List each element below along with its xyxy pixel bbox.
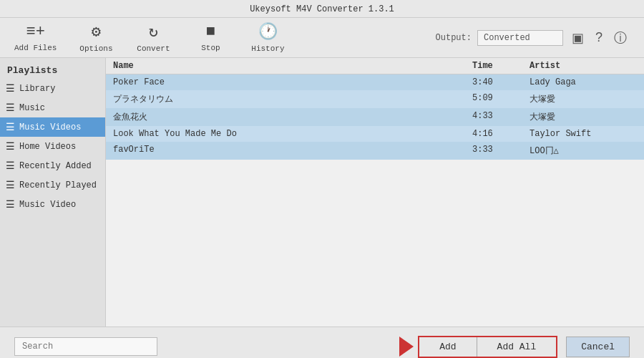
main-content: Playlists ☰Library☰Music☰Music Videos☰Ho… — [0, 58, 644, 326]
add-files-button[interactable]: ≡+ Add Files — [14, 23, 57, 52]
sidebar-item-music[interactable]: ☰Music — [0, 98, 105, 117]
search-input[interactable] — [14, 337, 157, 356]
info-button[interactable]: ⓘ — [611, 28, 630, 48]
help-button[interactable]: ? — [592, 29, 605, 47]
col-name: Name — [113, 61, 472, 71]
playlists-header: Playlists — [0, 61, 105, 79]
sidebar-item-label: Recently Added — [19, 161, 92, 171]
output-section: Output: ▣ ? ⓘ — [436, 28, 630, 48]
cell-time: 4:33 — [472, 111, 530, 123]
cell-name: favOriTe — [113, 145, 472, 157]
sidebar-item-home-videos[interactable]: ☰Home Videos — [0, 137, 105, 156]
content-area: Name Time Artist Poker Face 3:40 Lady Ga… — [106, 58, 644, 326]
toolbar: ≡+ Add Files ⚙ Options ↻ Convert ■ Stop … — [0, 18, 644, 58]
options-label: Options — [79, 44, 112, 53]
add-button[interactable]: Add — [419, 337, 477, 357]
cell-artist: Lady Gaga — [530, 77, 637, 87]
list-icon: ☰ — [6, 121, 15, 133]
sidebar-item-library[interactable]: ☰Library — [0, 79, 105, 98]
col-time: Time — [472, 61, 530, 71]
sidebar-item-label: Music Videos — [19, 122, 81, 132]
sidebar-item-label: Music — [19, 103, 45, 113]
history-icon: 🕐 — [258, 22, 278, 42]
add-files-label: Add Files — [14, 44, 57, 52]
sidebar-item-recently-played[interactable]: ☰Recently Played — [0, 175, 105, 195]
list-icon: ☰ — [6, 82, 15, 95]
bottom-bar: Add Add All Cancel — [0, 326, 644, 358]
list-icon: ☰ — [6, 198, 15, 211]
output-folder-button[interactable]: ▣ — [569, 29, 587, 47]
cancel-button[interactable]: Cancel — [566, 337, 630, 357]
cell-artist: LOO冂△ — [530, 145, 637, 157]
cell-time: 5:09 — [472, 93, 530, 105]
cell-name: 金魚花火 — [113, 111, 472, 123]
options-button[interactable]: ⚙ Options — [78, 22, 114, 53]
table-row[interactable]: プラネタリウム 5:09 大塚愛 — [106, 90, 644, 108]
app-title: Ukeysoft M4V Converter 1.3.1 — [250, 4, 394, 14]
cell-artist: 大塚愛 — [530, 93, 637, 105]
list-icon: ☰ — [6, 160, 15, 172]
sidebar-item-label: Library — [19, 84, 55, 94]
stop-icon: ■ — [206, 23, 215, 41]
output-input[interactable] — [477, 30, 563, 46]
list-icon: ☰ — [6, 179, 15, 191]
table-row[interactable]: 金魚花火 4:33 大塚愛 — [106, 108, 644, 126]
cell-time: 3:33 — [472, 145, 530, 157]
sidebar-item-music-video[interactable]: ☰Music Video — [0, 195, 105, 214]
cell-name: Poker Face — [113, 77, 472, 87]
sidebar-item-label: Home Videos — [19, 142, 76, 152]
add-all-button[interactable]: Add All — [477, 337, 557, 357]
title-bar: Ukeysoft M4V Converter 1.3.1 — [0, 0, 644, 18]
table-row[interactable]: Poker Face 3:40 Lady Gaga — [106, 74, 644, 90]
cell-artist: 大塚愛 — [530, 111, 637, 123]
sidebar-item-label: Music Video — [19, 200, 76, 210]
stop-label: Stop — [201, 44, 220, 52]
convert-label: Convert — [137, 44, 170, 53]
add-buttons-group: Add Add All — [418, 336, 557, 358]
table-header: Name Time Artist — [106, 58, 644, 74]
cell-time: 3:40 — [472, 77, 530, 87]
output-label: Output: — [436, 33, 472, 43]
sidebar-item-label: Recently Played — [19, 180, 97, 190]
table-row[interactable]: favOriTe 3:33 LOO冂△ — [106, 142, 644, 160]
convert-icon: ↻ — [149, 22, 158, 42]
add-files-icon: ≡+ — [26, 23, 45, 41]
sidebar-item-music-videos[interactable]: ☰Music Videos — [0, 117, 105, 137]
sidebar-items: ☰Library☰Music☰Music Videos☰Home Videos☰… — [0, 79, 105, 214]
col-artist: Artist — [530, 61, 637, 71]
history-label: History — [251, 44, 284, 53]
sidebar: Playlists ☰Library☰Music☰Music Videos☰Ho… — [0, 58, 106, 326]
list-icon: ☰ — [6, 140, 15, 153]
gear-icon: ⚙ — [92, 22, 101, 42]
stop-button[interactable]: ■ Stop — [192, 23, 228, 52]
convert-button[interactable]: ↻ Convert — [135, 22, 171, 53]
list-icon: ☰ — [6, 102, 15, 114]
sidebar-item-recently-added[interactable]: ☰Recently Added — [0, 156, 105, 175]
table-body: Poker Face 3:40 Lady Gaga プラネタリウム 5:09 大… — [106, 74, 644, 326]
cell-name: プラネタリウム — [113, 93, 472, 105]
table-row[interactable]: Look What You Made Me Do 4:16 Taylor Swi… — [106, 126, 644, 142]
cell-name: Look What You Made Me Do — [113, 129, 472, 139]
cell-artist: Taylor Swift — [530, 129, 637, 139]
cell-time: 4:16 — [472, 129, 530, 139]
history-button[interactable]: 🕐 History — [250, 22, 286, 53]
